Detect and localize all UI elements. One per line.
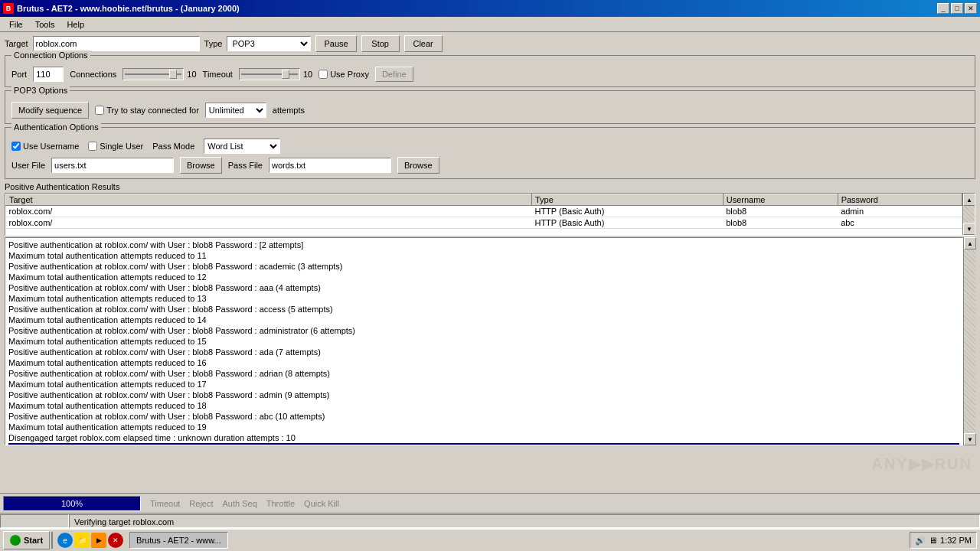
user-file-input[interactable] — [51, 158, 174, 173]
stop-button[interactable]: Stop — [361, 35, 400, 52]
pass-mode-select[interactable]: Word List Brute Force Combo — [204, 139, 280, 154]
modify-sequence-button[interactable]: Modify sequence — [11, 102, 89, 119]
pause-button[interactable]: Pause — [315, 35, 356, 52]
progress-bar-container: 100% — [3, 496, 141, 511]
auth-options-title: Authentication Options — [11, 122, 101, 132]
main-content: Target Type POP3 HTTP (Basic Auth) FTP T… — [0, 32, 980, 448]
log-scroll-up[interactable]: ▲ — [964, 237, 976, 249]
target-row: Target Type POP3 HTTP (Basic Auth) FTP T… — [5, 35, 975, 52]
log-scroll-down[interactable]: ▼ — [964, 433, 976, 445]
timeout-button[interactable]: Timeout — [147, 497, 183, 510]
use-username-label[interactable]: Use Username — [11, 142, 79, 151]
results-scrollbar[interactable]: ▲ ▼ — [962, 194, 975, 235]
clear-button[interactable]: Clear — [404, 35, 443, 52]
log-line: Initialising... — [8, 443, 959, 445]
log-scroll-track — [964, 249, 975, 433]
taskbar-icon-x[interactable]: ✕ — [108, 533, 123, 548]
log-line: Maximum total authentication attempts re… — [8, 272, 959, 282]
col-type: Type — [531, 194, 723, 206]
log-line: Maximum total authentication attempts re… — [8, 357, 959, 368]
use-proxy-checkbox[interactable] — [318, 70, 328, 79]
results-table-container: Target Type Username Password roblox.com… — [5, 193, 975, 236]
connection-options-title: Connection Options — [11, 51, 90, 60]
taskbar: Start e 📁 ▶ ✕ Brutus - AET2 - www... 🔊 🖥… — [0, 528, 980, 551]
define-button[interactable]: Define — [375, 67, 413, 82]
connection-options-group: Connection Options Port Connections 10 T… — [5, 55, 975, 87]
log-line: Positive authentication at roblox.com/ w… — [8, 390, 959, 400]
table-row[interactable]: roblox.com/HTTP (Basic Auth)blob8abc — [6, 217, 962, 229]
close-button[interactable]: ✕ — [965, 3, 977, 14]
col-password: Password — [838, 194, 962, 206]
scroll-up-button[interactable]: ▲ — [963, 194, 975, 206]
start-button[interactable]: Start — [3, 531, 50, 549]
timeout-value: 10 — [303, 70, 312, 79]
target-label: Target — [5, 39, 28, 48]
taskbar-icon-media[interactable]: ▶ — [91, 533, 106, 548]
log-line: Positive authentication at roblox.com/ w… — [8, 325, 959, 336]
progress-area: 100% Timeout Reject Auth Seq Throttle Qu… — [0, 493, 980, 513]
status-main: Verifying target roblox.com — [69, 514, 980, 528]
connections-label: Connections — [70, 70, 116, 79]
log-area: Positive authentication at roblox.com/ w… — [5, 237, 963, 445]
title-bar: B Brutus - AET2 - www.hoobie.net/brutus … — [0, 0, 980, 17]
type-label: Type — [204, 39, 223, 48]
try-stay-connected-text: Try to stay connected for — [106, 106, 199, 115]
taskbar-app[interactable]: Brutus - AET2 - www... — [129, 532, 228, 549]
log-line: Positive authentication at roblox.com/ w… — [8, 304, 959, 315]
minimize-button[interactable]: _ — [937, 3, 949, 14]
log-line: Maximum total authentication attempts re… — [8, 379, 959, 390]
anyrun-logo: ANY▶▶RUN — [871, 455, 972, 473]
menu-file[interactable]: File — [3, 18, 29, 31]
auth-seq-button[interactable]: Auth Seq — [220, 497, 260, 510]
progress-label: 100% — [61, 499, 83, 508]
single-user-label[interactable]: Single User — [88, 142, 143, 151]
results-section: Positive Authentication Results Target T… — [5, 182, 975, 236]
reject-button[interactable]: Reject — [186, 497, 216, 510]
log-line: Maximum total authentication attempts re… — [8, 422, 959, 432]
single-user-checkbox[interactable] — [88, 142, 97, 151]
attempts-select[interactable]: Unlimited 1 5 10 — [205, 103, 266, 118]
timeout-slider[interactable] — [239, 68, 300, 80]
timeout-label: Timeout — [203, 70, 233, 79]
pass-file-input[interactable] — [269, 158, 391, 173]
port-input[interactable] — [33, 67, 64, 82]
menu-help[interactable]: Help — [60, 18, 90, 31]
maximize-button[interactable]: □ — [951, 3, 963, 14]
scroll-down-button[interactable]: ▼ — [963, 223, 975, 235]
connections-slider[interactable] — [122, 68, 184, 80]
type-select[interactable]: POP3 HTTP (Basic Auth) FTP Telnet — [227, 36, 311, 51]
table-row[interactable]: roblox.com/HTTP (Basic Auth)blob8admin — [6, 206, 962, 217]
browse-pass-file-button[interactable]: Browse — [397, 157, 439, 174]
attempts-label: attempts — [273, 106, 305, 115]
log-scrollbar[interactable]: ▲ ▼ — [963, 237, 975, 445]
taskbar-tray: 🔊 🖥 1:32 PM — [910, 532, 977, 549]
use-proxy-checkbox-label[interactable]: Use Proxy — [318, 70, 369, 79]
tray-time: 1:32 PM — [940, 536, 972, 545]
start-label: Start — [24, 536, 43, 545]
results-table: Target Type Username Password roblox.com… — [5, 194, 962, 229]
browse-user-file-button[interactable]: Browse — [180, 157, 222, 174]
tray-speaker-icon: 🔊 — [915, 536, 926, 546]
use-username-checkbox[interactable] — [11, 142, 21, 151]
app-icon: B — [3, 3, 14, 14]
try-stay-connected-label[interactable]: Try to stay connected for — [95, 106, 199, 115]
window-title: Brutus - AET2 - www.hoobie.net/brutus - … — [17, 4, 240, 13]
col-target: Target — [6, 194, 532, 206]
taskbar-icon-ie[interactable]: e — [57, 533, 73, 548]
target-input[interactable] — [33, 36, 200, 51]
log-line: Maximum total authentication attempts re… — [8, 315, 959, 325]
status-left — [0, 514, 69, 528]
log-line: Positive authentication at roblox.com/ w… — [8, 261, 959, 272]
menu-tools[interactable]: Tools — [29, 18, 61, 31]
log-line: Positive authentication at roblox.com/ w… — [8, 411, 959, 422]
taskbar-icon-folder[interactable]: 📁 — [74, 533, 90, 548]
log-container: Positive authentication at roblox.com/ w… — [5, 237, 975, 445]
auth-options-group: Authentication Options Use Username Sing… — [5, 127, 975, 179]
quick-kill-button[interactable]: Quick Kill — [301, 497, 342, 510]
menu-bar: File Tools Help — [0, 17, 980, 32]
throttle-button[interactable]: Throttle — [263, 497, 298, 510]
pop3-options-title: POP3 Options — [11, 86, 70, 95]
try-stay-connected-checkbox[interactable] — [95, 106, 104, 115]
pass-file-label: Pass File — [228, 161, 263, 170]
tray-network-icon: 🖥 — [929, 536, 937, 545]
